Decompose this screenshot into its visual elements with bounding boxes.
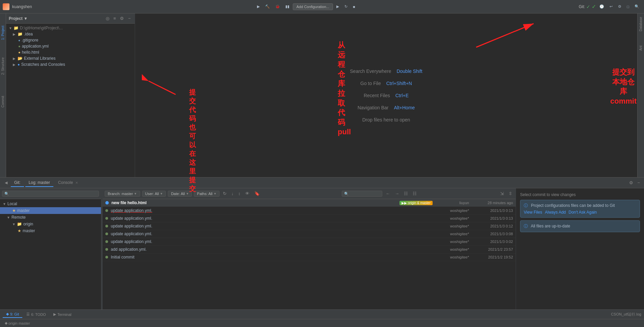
git-log-row-6[interactable]: add application.yml. woshigitee* 2021/1/… <box>103 246 516 253</box>
git-tree-origin[interactable]: ▼ 📁 origin <box>0 221 101 227</box>
sidebar-tab-commit[interactable]: Commit <box>0 94 5 109</box>
right-tab-ant[interactable]: Ant <box>638 44 643 53</box>
tree-label-yml: application.yml <box>22 44 49 49</box>
toolbar-play-btn[interactable]: ▶ <box>334 4 341 9</box>
tree-item-html[interactable]: ● hello.html <box>6 49 135 55</box>
git-label: Git: <box>579 4 585 9</box>
toolbar-debug-btn[interactable]: 🐞 <box>273 4 282 9</box>
toolbar-search-btn[interactable]: 🔍 <box>633 4 641 9</box>
file-icon-html: ● <box>18 50 21 54</box>
panel-tab-terminal[interactable]: ▶ Terminal <box>50 311 75 318</box>
select-commit-text: Select commit to view changes <box>520 192 640 197</box>
git-log-row-1[interactable]: update application.yml. woshigitee* 2021… <box>103 207 516 215</box>
tree-item-yml[interactable]: ● application.yml <box>6 43 135 49</box>
tree-item-idea[interactable]: ▶ 📁 .idea <box>6 31 135 37</box>
git-log-row-2[interactable]: update application.yml. woshigitee* 2021… <box>103 215 516 222</box>
toolbar-coverage-btn[interactable]: ▮▮ <box>283 4 291 9</box>
info-link-dont-ask[interactable]: Don't Ask Again <box>569 210 597 215</box>
log-eye-btn[interactable]: 👁 <box>244 190 251 197</box>
toolbar-rerun-btn[interactable]: ↻ <box>342 4 350 9</box>
git-log-row-7[interactable]: Initial commit woshigitee* 2021/1/2 19:5… <box>103 253 516 261</box>
log-author-0: liuyun <box>435 201 469 205</box>
git-log-row-0[interactable]: new file hello.html ▶▶ origin & master l… <box>103 199 516 207</box>
panel-minimize-icon[interactable]: − <box>636 180 641 186</box>
toolbar-undo-btn[interactable]: ↩ <box>608 4 615 9</box>
toolbar-run-btn[interactable]: ▶ <box>255 4 262 9</box>
log-refresh-btn[interactable]: ↻ <box>222 190 228 197</box>
log-dot-5 <box>105 240 108 243</box>
panel-settings-icon[interactable]: ⚙ <box>628 180 635 186</box>
sidebar-tab-project[interactable]: 1: Project <box>0 24 5 42</box>
branch-arrow-remote: ▼ <box>7 216 10 219</box>
status-git-branch[interactable]: ◆ origin master <box>3 321 32 325</box>
log-expand-btn[interactable]: ⇲ <box>499 190 505 197</box>
sidebar-collapse-btn[interactable]: ≡ <box>112 15 118 22</box>
log-filter-btn[interactable]: ← <box>384 190 391 197</box>
log-author-7: woshigitee* <box>435 255 469 259</box>
git-tree-remote[interactable]: ▼ Remote <box>0 214 101 221</box>
console-close-icon[interactable]: ✕ <box>75 181 78 185</box>
sidebar-tab-structure[interactable]: 2: Structure <box>0 55 5 77</box>
tab-console[interactable]: Console ✕ <box>55 179 81 187</box>
git-tree-master[interactable]: ★ master <box>0 207 101 214</box>
log-msg-7: Initial commit <box>111 255 435 260</box>
log-merge-btn[interactable]: ↕ <box>237 190 242 197</box>
tab-log-master[interactable]: Log: master <box>25 179 53 187</box>
git-log-search[interactable] <box>342 191 382 197</box>
date-filter-btn[interactable]: Date: All ▼ <box>168 191 192 197</box>
toolbar-settings-btn[interactable]: ⚙ <box>616 4 623 9</box>
welcome-drop-text: Drop files here to open <box>362 117 410 122</box>
panel-tab-todo[interactable]: ☰ 6: TODO <box>23 311 49 318</box>
user-filter-btn[interactable]: User: All ▼ <box>142 191 166 197</box>
git-branch-search[interactable] <box>2 191 99 197</box>
log-down-btn[interactable]: ↓ <box>230 190 235 197</box>
log-dot-7 <box>105 256 108 258</box>
paths-filter-btn[interactable]: Paths: All ▼ <box>194 191 220 197</box>
tree-item-root[interactable]: ▼ 📁 D:\gitHome\gitProject\... <box>6 25 135 31</box>
sidebar-close-btn[interactable]: − <box>127 15 132 22</box>
info-link-view-files[interactable]: View Files <box>524 210 542 215</box>
branch-arrow-local: ▼ <box>3 202 6 206</box>
toolbar-clock-btn[interactable]: 🕐 <box>597 4 606 9</box>
tree-item-ext-libs[interactable]: ▶ 📂 External Libraries <box>6 55 135 61</box>
branch-label-local: Local <box>7 201 17 206</box>
git-branch-label: origin master <box>8 321 30 325</box>
log-msg-0: new file hello.html <box>111 200 400 205</box>
welcome-goto: Go to File Ctrl+Shift+N <box>360 81 412 86</box>
log-grid-btn[interactable]: ☷ <box>403 190 409 197</box>
user-filter-label: User: All <box>145 192 159 196</box>
branch-label-origin: origin <box>23 222 33 226</box>
sidebar-locate-btn[interactable]: ◎ <box>104 15 111 22</box>
tree-item-scratches[interactable]: ▶ ● Scratches and Consoles <box>6 61 135 67</box>
folder-icon-idea: 📁 <box>18 32 23 36</box>
welcome-navbar-label: Navigation Bar <box>358 105 389 110</box>
file-icon-scratches: ● <box>18 62 20 66</box>
branch-label-origin-master: master <box>23 228 35 233</box>
right-tab-database[interactable]: Database <box>638 15 643 33</box>
panel-tab-git[interactable]: ◆ 9: Git <box>3 311 22 318</box>
top-toolbar: kuangshen ▶ 🔨 🐞 ▮▮ Add Configuration... … <box>0 0 644 13</box>
branch-filter-btn[interactable]: Branch: master ▼ <box>105 191 140 197</box>
log-more-btn[interactable]: ⇳ <box>507 190 514 197</box>
git-log-table: new file hello.html ▶▶ origin & master l… <box>103 199 516 309</box>
panel-collapse-btn[interactable]: ◀ <box>3 180 9 186</box>
status-right-text: CSON_utf运行.log <box>611 312 641 317</box>
log-details-btn[interactable]: ☷ <box>411 190 418 197</box>
git-log-row-3[interactable]: update application.yml. woshigitee* 2021… <box>103 222 516 230</box>
git-tree-origin-master[interactable]: ★ master <box>0 227 101 234</box>
sidebar-settings-btn[interactable]: ⚙ <box>119 15 125 22</box>
log-bookmark-btn[interactable]: 🔖 <box>253 190 261 197</box>
toolbar-build-btn[interactable]: 🔨 <box>263 4 272 9</box>
add-configuration-btn[interactable]: Add Configuration... <box>293 3 333 10</box>
tree-item-gitignore[interactable]: ● .gitignore <box>6 37 135 43</box>
info-link-always-add[interactable]: Always Add <box>545 210 566 215</box>
log-redo-btn[interactable]: → <box>393 190 401 197</box>
git-log-row-5[interactable]: update application.yml. woshigitee* 2021… <box>103 238 516 246</box>
tree-label-html: hello.html <box>22 50 39 55</box>
git-log-row-4[interactable]: update application.yml. woshigitee* 2021… <box>103 230 516 238</box>
log-msg-5: update application.yml. <box>111 239 435 244</box>
toolbar-window-btn[interactable]: □ <box>625 4 631 9</box>
git-tree-local[interactable]: ▼ Local <box>0 200 101 207</box>
log-dot-0 <box>105 201 109 205</box>
toolbar-stop-btn[interactable]: ■ <box>351 4 357 9</box>
